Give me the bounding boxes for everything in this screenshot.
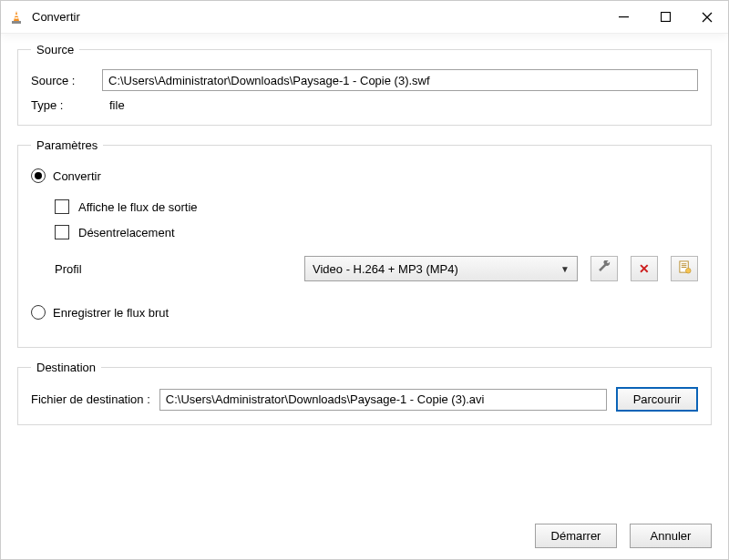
destination-input[interactable] [159, 389, 607, 411]
svg-rect-5 [661, 13, 670, 22]
cancel-button[interactable]: Annuler [630, 524, 712, 548]
dialog-footer: Démarrer Annuler [1, 522, 728, 559]
svg-rect-3 [12, 21, 21, 24]
raw-radio[interactable] [31, 305, 46, 320]
parameters-legend: Paramètres [31, 138, 103, 152]
svg-rect-4 [619, 16, 629, 17]
delete-profile-button[interactable]: ✕ [631, 256, 658, 281]
raw-radio-label: Enregistrer le flux brut [53, 306, 169, 320]
cancel-button-label: Annuler [651, 529, 692, 543]
vlc-icon [8, 9, 25, 25]
minimize-button[interactable] [602, 1, 644, 33]
maximize-button[interactable] [644, 1, 686, 33]
convert-window: Convertir Source Source : Type : file [0, 0, 729, 560]
parameters-group: Paramètres Convertir Affiche le flux de … [17, 138, 712, 348]
deinterlace-checkbox[interactable] [55, 225, 69, 239]
edit-profile-button[interactable] [590, 256, 618, 281]
browse-button-label: Parcourir [633, 392, 682, 406]
deinterlace-row[interactable]: Désentrelacement [55, 225, 698, 239]
type-row: Type : file [31, 98, 698, 112]
convert-radio-row[interactable]: Convertir [31, 168, 698, 183]
start-button-label: Démarrer [551, 529, 601, 543]
raw-radio-row[interactable]: Enregistrer le flux brut [31, 305, 698, 320]
source-label: Source : [31, 74, 95, 87]
show-output-checkbox[interactable] [55, 199, 69, 214]
source-legend: Source [31, 43, 79, 56]
convert-radio-label: Convertir [53, 169, 101, 183]
convert-radio[interactable] [31, 168, 46, 183]
type-label: Type : [31, 98, 95, 112]
deinterlace-label: Désentrelacement [78, 226, 175, 239]
type-value: file [109, 98, 125, 112]
window-controls [602, 1, 728, 33]
svg-rect-2 [15, 17, 17, 19]
document-icon [678, 260, 692, 277]
content-area: Source Source : Type : file Paramètres C… [1, 34, 728, 522]
profile-select[interactable]: Video - H.264 + MP3 (MP4) ▼ [304, 256, 578, 281]
show-output-label: Affiche le flux de sortie [78, 200, 198, 214]
convert-sub-options: Affiche le flux de sortie Désentrelaceme… [55, 199, 698, 239]
chevron-down-icon: ▼ [560, 264, 570, 274]
destination-label: Fichier de destination : [31, 392, 150, 406]
close-button[interactable] [686, 1, 728, 33]
source-input[interactable] [102, 69, 698, 91]
destination-row: Fichier de destination : Parcourir [31, 387, 698, 412]
destination-group: Destination Fichier de destination : Par… [17, 361, 712, 425]
svg-rect-1 [15, 15, 19, 16]
wrench-icon [598, 260, 611, 277]
destination-legend: Destination [31, 361, 101, 374]
profile-select-value: Video - H.264 + MP3 (MP4) [313, 262, 458, 276]
show-output-row[interactable]: Affiche le flux de sortie [55, 199, 698, 214]
titlebar: Convertir [1, 1, 728, 34]
start-button[interactable]: Démarrer [535, 524, 617, 548]
svg-point-12 [685, 268, 691, 273]
window-title: Convertir [32, 10, 602, 24]
profile-label: Profil [55, 262, 118, 276]
delete-icon: ✕ [639, 261, 650, 276]
source-row: Source : [31, 69, 698, 91]
new-profile-button[interactable] [671, 256, 698, 281]
browse-button[interactable]: Parcourir [616, 387, 698, 412]
source-group: Source Source : Type : file [17, 43, 712, 126]
profile-row: Profil Video - H.264 + MP3 (MP4) ▼ ✕ [55, 256, 698, 281]
